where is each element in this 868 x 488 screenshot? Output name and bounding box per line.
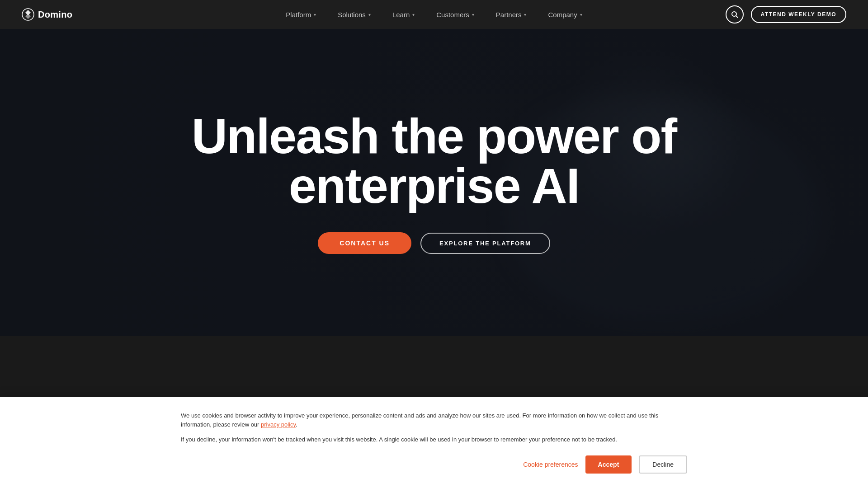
decline-cookies-button[interactable]: Decline [639, 455, 687, 474]
cookie-banner: We use cookies and browser activity to i… [0, 397, 868, 488]
hero-title: Unleash the power of enterprise AI [192, 111, 676, 211]
navbar-nav: Platform ▾ Solutions ▾ Learn ▾ Customers… [277, 7, 591, 22]
nav-customers[interactable]: Customers ▾ [427, 7, 483, 22]
cookie-preferences-button[interactable]: Cookie preferences [523, 461, 578, 468]
attend-demo-button[interactable]: ATTEND WEEKLY DEMO [751, 6, 846, 23]
chevron-down-icon: ▾ [524, 12, 526, 17]
hero-buttons: CONTACT US EXPLORE THE PLATFORM [318, 232, 550, 254]
explore-platform-button[interactable]: EXPLORE THE PLATFORM [420, 233, 550, 254]
privacy-policy-link[interactable]: privacy policy [261, 421, 296, 428]
nav-partners[interactable]: Partners ▾ [487, 7, 536, 22]
navbar-actions: ATTEND WEEKLY DEMO [726, 5, 846, 23]
cookie-actions: Cookie preferences Accept Decline [181, 455, 687, 474]
hero-content: Unleash the power of enterprise AI CONTA… [192, 111, 676, 254]
chevron-down-icon: ▾ [412, 12, 415, 17]
navbar: Domino Platform ▾ Solutions ▾ Learn ▾ Cu… [0, 0, 868, 29]
nav-platform[interactable]: Platform ▾ [277, 7, 325, 22]
svg-line-2 [736, 16, 738, 18]
chevron-down-icon: ▾ [368, 12, 371, 17]
hero-section: Unleash the power of enterprise AI CONTA… [0, 29, 868, 336]
cookie-text-primary: We use cookies and browser activity to i… [181, 411, 687, 430]
chevron-down-icon: ▾ [580, 12, 582, 17]
nav-solutions[interactable]: Solutions ▾ [329, 7, 380, 22]
accept-cookies-button[interactable]: Accept [585, 455, 632, 474]
domino-logo-icon [22, 8, 34, 21]
nav-learn[interactable]: Learn ▾ [383, 7, 424, 22]
contact-us-button[interactable]: CONTACT US [318, 232, 411, 254]
search-icon [731, 11, 738, 18]
nav-company[interactable]: Company ▾ [539, 7, 591, 22]
chevron-down-icon: ▾ [472, 12, 474, 17]
brand-name: Domino [38, 9, 72, 20]
search-button[interactable] [726, 5, 744, 23]
navbar-logo-area: Domino [22, 8, 72, 21]
cookie-text-secondary: If you decline, your information won't b… [181, 435, 687, 445]
chevron-down-icon: ▾ [314, 12, 316, 17]
